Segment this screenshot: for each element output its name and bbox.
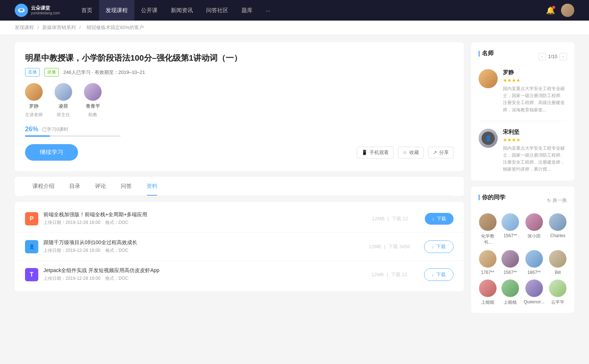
nav-item-exam[interactable]: 题库 xyxy=(235,0,259,21)
classmates-grid: 化学教书... 1567** 张小田 xyxy=(479,213,567,306)
famous-teacher-1: 罗静 ★★★★ 国内某重点大学安全工程专业硕士，国家一级注册消防工程师、注册安全… xyxy=(479,69,567,121)
course-header: 明星中教授课，小学阶段语法100分–强化级第1讲动词（一） 直播 录播 246人… xyxy=(15,42,464,171)
bell-icon[interactable]: 🔔 xyxy=(546,6,555,15)
navigation: 云朵课堂 yundoketang.com 首页 发现课程 公开课 新闻资讯 问答… xyxy=(0,0,589,21)
teacher-2-name: 凌荷 xyxy=(59,103,68,110)
right-panel: 名师 ‹ 1/10 › 罗静 ★★★★ 国内某重点大学安全工程专业硕士，国家一级… xyxy=(471,42,574,313)
classmate-11-name: Queenor... xyxy=(524,299,544,304)
material-info-2: 跟随千万级项目从0到100全过程高效成长 上传日期：2019-12-28 16:… xyxy=(43,239,355,254)
logo-icon xyxy=(15,4,28,17)
progress-section: 26% 已学习0课时 xyxy=(25,125,454,137)
tabs: 课程介绍 目录 评论 问答 资料 xyxy=(25,177,454,196)
classmate-8-avatar xyxy=(549,250,567,268)
famous-teacher-2: 👤 宋利坚 ★★★★ 国内某重点大学安全工程专业硕士，国家一级注册消防工程师、注… xyxy=(479,129,567,173)
material-info-1: 前端全栈加强版！前端全栈+全周期+多端应用 上传日期：2019-12-28 16… xyxy=(43,211,356,226)
teacher-1-role: 主讲老师 xyxy=(25,112,43,118)
material-icon-1: P xyxy=(25,212,38,225)
nav-item-more[interactable]: ··· xyxy=(259,0,277,21)
download-icon-2: ↓ xyxy=(432,244,434,249)
teacher-1: 罗静 主讲老师 xyxy=(25,83,43,118)
material-sub-2: 上传日期：2019-12-28 16:00 格式：DOC xyxy=(43,247,355,254)
classmate-4-avatar xyxy=(549,213,567,231)
classmate-6: 1567** xyxy=(501,250,519,275)
action-buttons: 📱 手机观看 ☆ 收藏 ↗ 分享 xyxy=(357,147,454,158)
teacher-3-avatar xyxy=(84,83,102,101)
card-header: 名师 ‹ 1/10 › xyxy=(479,50,567,63)
logo[interactable]: 云朵课堂 yundoketang.com xyxy=(15,4,60,17)
famous-teacher-1-stars: ★★★★ xyxy=(503,78,567,83)
classmate-5: 1767** xyxy=(479,250,497,275)
breadcrumb-sep-2: / xyxy=(79,25,82,30)
classmates-card: 你的同学 ↻ 换一换 化学教书... 156 xyxy=(471,186,574,313)
nav-items: 首页 发现课程 公开课 新闻资讯 问答社区 题库 ··· xyxy=(75,0,546,21)
tab-comments[interactable]: 评论 xyxy=(88,177,113,196)
tab-qa[interactable]: 问答 xyxy=(113,177,139,196)
classmates-title: 你的同学 xyxy=(479,194,505,201)
classmate-2: 1567** xyxy=(501,213,519,246)
download-button-3[interactable]: ↓ 下载 xyxy=(424,268,454,281)
famous-teacher-2-desc: 国内某重点大学安全工程专业硕士，国家一级注册消防工程师、注册安全工程师、注册建造… xyxy=(503,145,567,173)
famous-teacher-1-avatar xyxy=(479,69,498,88)
classmates-header: 你的同学 ↻ 换一换 xyxy=(479,194,567,207)
nav-item-home[interactable]: 首页 xyxy=(75,0,99,21)
classmate-3: 张小田 xyxy=(524,213,544,246)
download-button-2[interactable]: ↓ 下载 xyxy=(424,240,454,253)
course-title: 明星中教授课，小学阶段语法100分–强化级第1讲动词（一） xyxy=(25,53,454,64)
teacher-3-name: 青青平 xyxy=(86,103,100,110)
notification-dot xyxy=(552,6,555,9)
card-title: 名师 xyxy=(479,50,494,57)
breadcrumb-link-series[interactable]: 新媒体营销系列 xyxy=(42,25,76,30)
classmate-1: 化学教书... xyxy=(479,213,497,246)
material-sub-3: 上传日期：2019-12-28 16:00 格式：DOC xyxy=(43,275,355,282)
classmate-3-name: 张小田 xyxy=(528,233,541,239)
tab-intro[interactable]: 课程介绍 xyxy=(25,177,62,196)
download-icon-1: ↓ xyxy=(432,216,435,221)
classmate-7-name: 1867** xyxy=(528,270,541,275)
pagination: ‹ 1/10 › xyxy=(539,53,567,60)
prev-page-button[interactable]: ‹ xyxy=(539,53,546,60)
nav-item-news[interactable]: 新闻资讯 xyxy=(164,0,200,21)
download-icon-3: ↓ xyxy=(432,272,434,277)
next-page-button[interactable]: › xyxy=(560,53,567,60)
refresh-icon: ↻ xyxy=(547,198,551,203)
famous-teachers-card: 名师 ‹ 1/10 › 罗静 ★★★★ 国内某重点大学安全工程专业硕士，国家一级… xyxy=(471,42,574,181)
share-icon: ↗ xyxy=(433,150,437,155)
classmate-9: 上能能 xyxy=(479,279,497,306)
classmate-12: 云平平 xyxy=(549,279,567,306)
avatar-image xyxy=(561,4,574,17)
materials-list: P 前端全栈加强版！前端全栈+全周期+多端应用 上传日期：2019-12-28 … xyxy=(15,202,464,291)
famous-teacher-1-name: 罗静 xyxy=(503,69,567,76)
teachers-list: 罗静 主讲老师 凌荷 班主任 青青平 助教 xyxy=(25,83,454,118)
refresh-button[interactable]: ↻ 换一换 xyxy=(547,197,567,204)
mobile-icon: 📱 xyxy=(361,150,367,155)
classmate-1-avatar xyxy=(479,213,497,231)
course-actions: 继续学习 📱 手机观看 ☆ 收藏 ↗ 分享 xyxy=(25,144,454,161)
download-button-1[interactable]: ↓ 下载 xyxy=(425,213,454,225)
nav-item-discover[interactable]: 发现课程 xyxy=(99,0,134,21)
main-content: 明星中教授课，小学阶段语法100分–强化级第1讲动词（一） 直播 录播 246人… xyxy=(0,35,589,320)
classmate-2-avatar xyxy=(501,213,519,231)
share-button[interactable]: ↗ 分享 xyxy=(428,147,454,158)
classmate-7: 1867** xyxy=(524,250,544,275)
breadcrumb: 发现课程 / 新媒体营销系列 / 销冠修炼术搞定80%的客户 xyxy=(0,21,589,35)
mobile-watch-button[interactable]: 📱 手机观看 xyxy=(357,147,394,158)
teacher-3-role: 助教 xyxy=(88,112,97,118)
material-info-3: Jetpack全组件实战 开发短视频应用高仿皮皮虾App 上传日期：2019-1… xyxy=(43,267,355,282)
classmate-8-name: Bill xyxy=(555,270,561,275)
continue-button[interactable]: 继续学习 xyxy=(25,144,78,161)
user-avatar[interactable] xyxy=(561,4,574,17)
material-stats-3: 12MB | 下载 12 xyxy=(360,271,419,278)
classmate-2-name: 1567** xyxy=(504,233,517,238)
material-icon-3: T xyxy=(25,268,38,281)
badge-live: 直播 xyxy=(25,68,40,76)
breadcrumb-link-discover[interactable]: 发现课程 xyxy=(15,25,34,30)
material-item-3: T Jetpack全组件实战 开发短视频应用高仿皮皮虾App 上传日期：2019… xyxy=(15,261,464,288)
tab-catalogue[interactable]: 目录 xyxy=(62,177,88,196)
nav-item-open[interactable]: 公开课 xyxy=(134,0,164,21)
title-bar xyxy=(479,51,480,57)
tab-materials[interactable]: 资料 xyxy=(139,177,165,196)
classmate-5-name: 1767** xyxy=(481,270,494,275)
famous-teacher-2-avatar: 👤 xyxy=(479,129,498,148)
collect-button[interactable]: ☆ 收藏 xyxy=(398,147,424,158)
nav-item-qa[interactable]: 问答社区 xyxy=(200,0,235,21)
